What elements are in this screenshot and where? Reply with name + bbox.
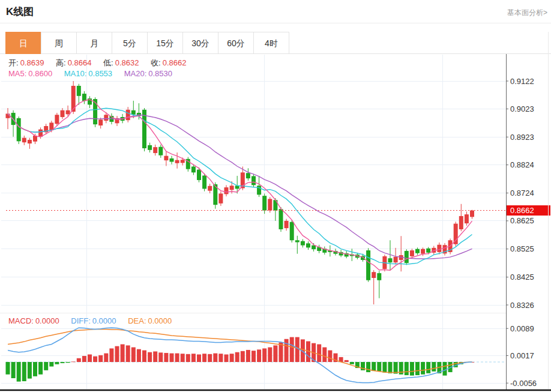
candle-body	[388, 258, 393, 262]
ma5-line	[8, 100, 472, 270]
y-axis-label: 0.8824	[510, 160, 534, 169]
macd-bar	[246, 350, 250, 362]
tab-5分[interactable]: 5分	[112, 32, 148, 54]
candle-body	[22, 138, 26, 142]
interval-tabbar: 日周月5分15分30分60分4时	[6, 32, 289, 54]
macd-bar	[197, 354, 201, 362]
macd-bar	[213, 354, 217, 362]
macd-bar	[235, 352, 239, 362]
macd-bar	[93, 357, 97, 362]
y-axis-label: 0.8525	[510, 244, 534, 253]
candle-body	[301, 241, 305, 246]
macd-bar	[251, 351, 256, 362]
macd-legend-row: MACD:0.0000 DIFF:0.0000 DEA:0.0000	[8, 316, 173, 325]
candle-body	[77, 86, 81, 96]
macd-bar	[175, 354, 179, 362]
tab-日[interactable]: 日	[5, 32, 41, 54]
y-axis-label: 0.8326	[510, 301, 534, 310]
macd-bar	[426, 362, 430, 373]
macd-bar	[295, 337, 300, 362]
diff-line	[8, 328, 472, 383]
macd-bar	[22, 362, 26, 381]
dea-label: DEA:	[128, 316, 146, 325]
macd-bar	[394, 362, 398, 373]
close-label: 收:	[151, 58, 161, 67]
candle-body	[181, 160, 185, 163]
candle-body	[465, 214, 469, 223]
macd-bar	[44, 362, 48, 370]
macd-bar	[432, 362, 436, 372]
high-value: 0.8664	[68, 58, 92, 67]
macd-bar	[328, 351, 332, 362]
ma20-label: MA20:	[124, 69, 147, 78]
candle-body	[224, 187, 229, 194]
open-label: 开:	[8, 58, 19, 67]
y-axis-label: 0.9023	[510, 104, 534, 113]
macd-bar	[109, 348, 113, 362]
candle-body	[61, 110, 65, 117]
macd-bar	[153, 351, 157, 362]
macd-bar	[142, 351, 146, 362]
candle-body	[208, 186, 212, 191]
close-value: 0.8662	[163, 58, 187, 67]
macd-bar	[17, 362, 21, 382]
candle-body	[377, 273, 381, 280]
candle-body	[410, 250, 414, 256]
candle-body	[197, 170, 201, 180]
candle-body	[202, 175, 206, 188]
macd-bar	[345, 360, 349, 362]
macd-bar	[421, 362, 425, 375]
tab-30分[interactable]: 30分	[182, 32, 218, 54]
candle-body	[426, 249, 430, 253]
y-axis-label: 0.0017	[510, 351, 534, 360]
ma20-value: 0.8530	[148, 69, 172, 78]
candle-body	[158, 147, 163, 155]
macd-value: 0.0000	[35, 316, 59, 325]
macd-bar	[38, 362, 43, 375]
candle-body	[191, 166, 196, 172]
y-axis-label: 0.8923	[510, 133, 534, 142]
tab-60分[interactable]: 60分	[218, 32, 254, 54]
candle-body	[104, 115, 108, 121]
y-axis-label: 0.0089	[510, 324, 534, 333]
current-price-tag-label: 0.8662	[510, 206, 534, 215]
candle-body	[257, 185, 261, 194]
macd-bar	[61, 362, 65, 363]
y-axis-label: 0.8425	[510, 273, 534, 282]
candle-body	[262, 196, 266, 210]
open-value: 0.8639	[20, 58, 44, 67]
tab-15分[interactable]: 15分	[147, 32, 183, 54]
low-value: 0.8632	[115, 58, 139, 67]
tab-周[interactable]: 周	[41, 32, 77, 54]
dea-value: 0.0000	[148, 316, 172, 325]
candle-body	[405, 251, 409, 263]
macd-bar	[410, 362, 414, 376]
chart-bottom-border	[0, 390, 551, 391]
macd-bar	[104, 354, 108, 362]
macd-bar	[66, 362, 70, 363]
macd-bar	[115, 346, 119, 362]
candle-body	[459, 216, 463, 229]
candle-body	[268, 199, 272, 210]
y-axis-label: 0.8724	[510, 188, 534, 198]
macd-bar	[224, 354, 229, 362]
candle-body	[230, 185, 234, 190]
macd-bar	[170, 354, 174, 362]
ma10-label: MA10:	[64, 69, 87, 78]
macd-bar	[322, 348, 327, 362]
macd-bar	[382, 362, 387, 373]
macd-bar	[126, 345, 130, 362]
tab-月[interactable]: 月	[76, 32, 112, 54]
candle-body	[415, 249, 420, 253]
candle-body	[126, 110, 130, 120]
high-label: 高:	[56, 58, 66, 67]
macd-bar	[350, 362, 354, 364]
macd-bar	[377, 362, 381, 372]
candle-body	[98, 119, 103, 125]
kline-page: K线图 基本面分析> 日周月5分15分30分60分4时 0.91220.9023…	[0, 0, 551, 392]
macd-bar	[241, 351, 245, 362]
candle-body	[66, 110, 70, 115]
macd-bar	[71, 361, 76, 362]
tab-4时[interactable]: 4时	[253, 32, 289, 54]
macd-bar	[388, 362, 393, 373]
